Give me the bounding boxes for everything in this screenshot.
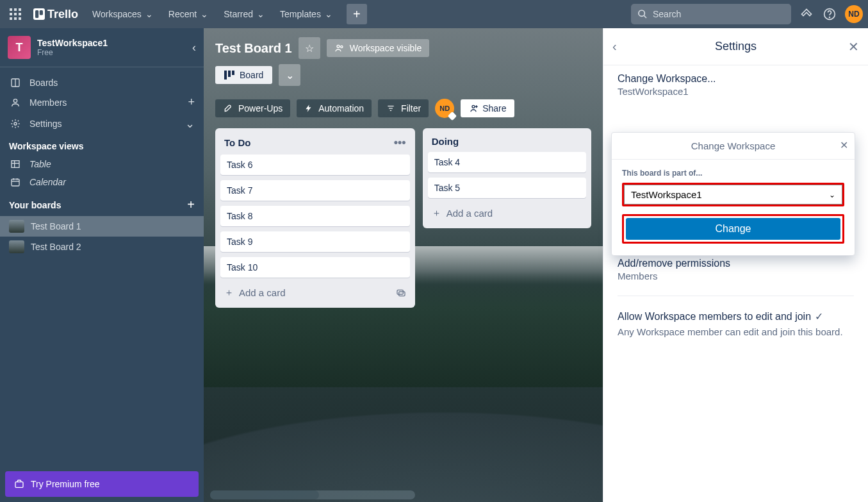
add-card-button[interactable]: ＋ Add a card bbox=[428, 203, 586, 223]
menu-templates[interactable]: Templates⌄ bbox=[274, 5, 339, 23]
board-view-icon bbox=[224, 71, 234, 79]
board-member-avatar[interactable]: ND bbox=[435, 99, 454, 118]
automation-button[interactable]: Automation bbox=[297, 99, 372, 117]
svg-point-28 bbox=[337, 45, 340, 47]
board-view-button[interactable]: Board bbox=[215, 66, 272, 84]
plus-icon: ＋ bbox=[432, 207, 441, 219]
board-label: Test Board 2 bbox=[31, 242, 81, 252]
workspace-plan: Free bbox=[37, 48, 186, 57]
premium-label: Try Premium free bbox=[31, 479, 100, 489]
notifications-icon[interactable] bbox=[796, 4, 817, 24]
plus-icon: ＋ bbox=[224, 287, 234, 299]
powerups-label: Power-Ups bbox=[238, 103, 283, 113]
workspace-header: T TestWorkspace1 Free ‹ bbox=[0, 28, 204, 67]
workspace-select[interactable]: TestWorkspace1 ⌄ bbox=[624, 185, 842, 205]
svg-rect-10 bbox=[35, 10, 38, 18]
card[interactable]: Task 7 bbox=[220, 180, 410, 201]
svg-rect-27 bbox=[15, 482, 23, 488]
boards-icon bbox=[9, 78, 22, 88]
star-board-button[interactable]: ☆ bbox=[299, 37, 320, 59]
create-button[interactable]: + bbox=[347, 4, 367, 24]
horizontal-scrollbar[interactable] bbox=[210, 490, 415, 499]
trello-logo[interactable]: Trello bbox=[28, 8, 83, 21]
add-card-button[interactable]: ＋ Add a card bbox=[220, 283, 410, 303]
scrollbar-thumb[interactable] bbox=[210, 490, 319, 499]
svg-point-36 bbox=[472, 105, 475, 108]
search-input[interactable]: Search bbox=[631, 4, 791, 24]
filter-button[interactable]: Filter bbox=[378, 99, 429, 117]
svg-line-13 bbox=[644, 15, 646, 18]
share-icon bbox=[468, 103, 479, 113]
visibility-button[interactable]: Workspace visible bbox=[327, 39, 430, 57]
check-icon: ✓ bbox=[815, 310, 823, 322]
svg-rect-4 bbox=[14, 13, 17, 15]
add-card-label: Add a card bbox=[239, 287, 286, 298]
list-title-text[interactable]: To Do bbox=[224, 137, 250, 148]
visibility-label: Workspace visible bbox=[350, 43, 422, 53]
try-premium-button[interactable]: Try Premium free bbox=[5, 471, 199, 497]
svg-point-29 bbox=[340, 46, 342, 47]
view-table[interactable]: Table bbox=[0, 155, 204, 173]
chevron-down-icon: ⌄ bbox=[286, 69, 294, 81]
menu-recent[interactable]: Recent⌄ bbox=[162, 5, 215, 23]
workspace-select-highlight: TestWorkspace1 ⌄ bbox=[622, 183, 844, 206]
sidebar-board-2[interactable]: Test Board 2 bbox=[0, 237, 204, 257]
svg-rect-31 bbox=[228, 71, 231, 77]
apps-grid-icon[interactable] bbox=[5, 4, 26, 24]
svg-rect-30 bbox=[224, 71, 227, 79]
close-icon[interactable]: ✕ bbox=[848, 39, 859, 54]
table-icon bbox=[9, 159, 22, 169]
card[interactable]: Task 8 bbox=[220, 206, 410, 226]
menu-starred[interactable]: Starred⌄ bbox=[217, 5, 271, 23]
card[interactable]: Task 9 bbox=[220, 231, 410, 252]
svg-point-18 bbox=[13, 99, 17, 102]
account-avatar[interactable]: ND bbox=[845, 5, 863, 23]
collapse-sidebar-icon[interactable]: ‹ bbox=[192, 41, 196, 54]
rocket-icon bbox=[223, 103, 233, 113]
change-button[interactable]: Change bbox=[626, 218, 840, 240]
svg-rect-20 bbox=[12, 161, 19, 168]
nav-members[interactable]: Members + bbox=[0, 92, 204, 113]
menu-workspaces[interactable]: Workspaces⌄ bbox=[86, 5, 160, 23]
power-ups-button[interactable]: Power-Ups bbox=[215, 99, 290, 117]
sidebar-board-1[interactable]: Test Board 1 bbox=[0, 216, 204, 237]
chevron-down-icon: ⌄ bbox=[325, 9, 332, 19]
view-switcher-dropdown[interactable]: ⌄ bbox=[279, 64, 300, 86]
nav-label: Calendar bbox=[29, 177, 66, 187]
svg-rect-0 bbox=[10, 8, 12, 11]
board-title[interactable]: Test Board 1 bbox=[215, 41, 292, 56]
filter-label: Filter bbox=[401, 103, 421, 113]
view-calendar[interactable]: Calendar bbox=[0, 173, 204, 191]
nav-settings[interactable]: Settings ⌄ bbox=[0, 113, 204, 135]
svg-rect-23 bbox=[12, 179, 19, 186]
workspace-tile: T bbox=[8, 36, 31, 59]
list-title-text[interactable]: Doing bbox=[432, 136, 459, 147]
chevron-down-icon[interactable]: ⌄ bbox=[185, 117, 195, 131]
list-doing: Doing Task 4 Task 5 ＋ Add a card bbox=[423, 128, 591, 228]
svg-rect-32 bbox=[232, 71, 234, 75]
views-section-label: Workspace views bbox=[0, 135, 204, 155]
list-todo: To Do ••• Task 6 Task 7 Task 8 Task 9 Ta… bbox=[215, 128, 415, 308]
back-icon[interactable]: ‹ bbox=[612, 39, 617, 54]
add-board-icon[interactable]: + bbox=[187, 197, 195, 212]
card-template-icon[interactable] bbox=[396, 289, 406, 297]
add-icon[interactable]: + bbox=[188, 96, 195, 109]
people-icon bbox=[334, 43, 345, 53]
card[interactable]: Task 5 bbox=[428, 178, 586, 198]
share-button[interactable]: Share bbox=[461, 99, 514, 117]
addremove-permissions-link[interactable]: Add/remove permissions bbox=[618, 258, 854, 269]
allow-edit-join-toggle[interactable]: Allow Workspace members to edit and join… bbox=[618, 310, 854, 322]
help-icon[interactable] bbox=[819, 4, 840, 24]
card[interactable]: Task 6 bbox=[220, 155, 410, 175]
card[interactable]: Task 4 bbox=[428, 152, 586, 172]
card[interactable]: Task 10 bbox=[220, 257, 410, 278]
close-icon[interactable]: ✕ bbox=[840, 139, 848, 151]
svg-rect-2 bbox=[19, 8, 21, 11]
change-workspace-link[interactable]: Change Workspace... bbox=[618, 73, 854, 85]
change-button-highlight: Change bbox=[622, 214, 844, 244]
nav-boards[interactable]: Boards bbox=[0, 74, 204, 92]
allow-label: Allow Workspace members to edit and join bbox=[618, 311, 811, 322]
nav-label: Boards bbox=[29, 78, 58, 88]
bolt-icon bbox=[304, 103, 313, 113]
list-menu-icon[interactable]: ••• bbox=[394, 136, 406, 149]
